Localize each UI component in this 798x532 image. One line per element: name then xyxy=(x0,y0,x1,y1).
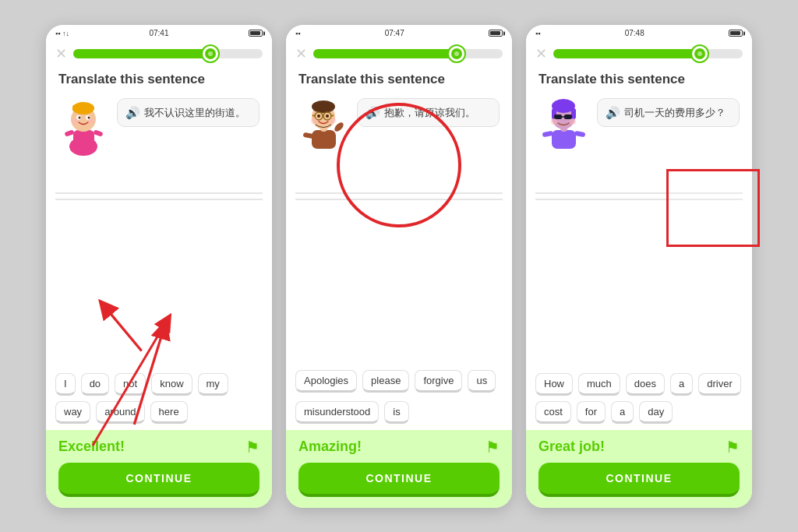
result-top-3: Great job! ⚑ xyxy=(538,438,740,456)
svg-line-27 xyxy=(331,115,334,116)
progress-bar-2 xyxy=(313,49,503,58)
svg-point-31 xyxy=(330,118,336,124)
word-chip-3-1[interactable]: much xyxy=(578,373,620,396)
answer-line-2-2 xyxy=(295,199,503,200)
battery-icon-1 xyxy=(249,30,263,37)
word-chip-1-4[interactable]: my xyxy=(198,373,228,396)
progress-orb-3 xyxy=(692,46,708,62)
progress-orb-1 xyxy=(203,46,218,62)
answer-placed-3 xyxy=(535,163,743,188)
svg-rect-7 xyxy=(72,105,76,111)
continue-button-1[interactable]: CONTINUE xyxy=(58,463,260,497)
word-chip-3-2[interactable]: does xyxy=(626,373,665,396)
flag-icon-1[interactable]: ⚑ xyxy=(245,438,260,456)
word-bank-2: Apologies please forgive us misunderstoo… xyxy=(286,364,512,430)
word-chip-1-7[interactable]: here xyxy=(150,401,188,424)
svg-point-14 xyxy=(72,118,79,125)
status-icons-2 xyxy=(489,30,503,37)
answer-placed-1 xyxy=(55,163,263,188)
word-chip-1-0[interactable]: I xyxy=(55,373,76,396)
word-chip-3-5[interactable]: cost xyxy=(535,401,571,424)
phone-1: ▪▪ ↑↓ 07:41 ✕ Translate this sentence xyxy=(46,25,272,508)
status-left-2: ▪▪ xyxy=(295,30,300,37)
status-time-2: 07:47 xyxy=(385,29,404,37)
svg-point-43 xyxy=(551,118,557,125)
phone-3-wrapper: ▪▪ 07:48 ✕ Translate this sentence xyxy=(526,25,752,508)
word-chip-3-8[interactable]: day xyxy=(639,401,673,424)
instruction-3: Translate this sentence xyxy=(526,65,752,92)
flag-icon-3[interactable]: ⚑ xyxy=(726,438,740,456)
svg-rect-40 xyxy=(554,115,562,119)
char-2-svg xyxy=(298,96,349,157)
status-bar-1: ▪▪ ↑↓ 07:41 xyxy=(46,25,272,42)
close-button-2[interactable]: ✕ xyxy=(295,47,307,61)
word-chip-2-4[interactable]: misunderstood xyxy=(295,401,379,424)
svg-point-22 xyxy=(312,100,335,113)
svg-rect-8 xyxy=(80,102,83,110)
word-chip-1-3[interactable]: know xyxy=(151,373,192,396)
word-chip-3-4[interactable]: driver xyxy=(698,373,741,396)
answer-area-2 xyxy=(286,163,512,364)
lesson-area-1: 🔊 我不认识这里的街道。 xyxy=(46,92,272,163)
progress-fill-3 xyxy=(553,49,704,58)
svg-point-15 xyxy=(88,118,94,125)
close-button-3[interactable]: ✕ xyxy=(535,47,547,61)
word-bank-3: How much does a driver cost for a day xyxy=(526,367,752,430)
chinese-text-2: 抱歉，请原谅我们。 xyxy=(384,105,475,121)
word-chip-3-7[interactable]: a xyxy=(611,401,634,424)
char-1-svg xyxy=(58,96,109,157)
answer-line-2-1 xyxy=(295,192,503,194)
word-bank-1: I do not know my way around here xyxy=(46,367,272,430)
phone-2: ▪▪ 07:47 ✕ Translate this sentence xyxy=(286,25,512,508)
speaker-icon-2[interactable]: 🔊 xyxy=(365,106,380,120)
chinese-text-3: 司机一天的费用多少？ xyxy=(624,105,726,121)
word-chip-3-6[interactable]: for xyxy=(577,401,606,424)
svg-rect-1 xyxy=(64,129,74,137)
svg-rect-41 xyxy=(564,115,572,119)
result-area-3: Great job! ⚑ CONTINUE xyxy=(526,430,752,508)
progress-fill-2 xyxy=(313,49,461,58)
instruction-2: Translate this sentence xyxy=(286,65,512,92)
word-chip-3-3[interactable]: a xyxy=(670,373,693,396)
status-icons-3 xyxy=(729,30,743,37)
progress-bar-3 xyxy=(553,49,743,58)
status-left-3: ▪▪ xyxy=(535,30,540,37)
svg-point-30 xyxy=(311,118,317,124)
phones-container: ▪▪ ↑↓ 07:41 ✕ Translate this sentence xyxy=(46,25,752,508)
continue-button-2[interactable]: CONTINUE xyxy=(298,463,500,497)
close-button-1[interactable]: ✕ xyxy=(55,47,67,61)
char-3-svg xyxy=(538,96,589,157)
svg-rect-32 xyxy=(552,130,576,149)
speaker-icon-1[interactable]: 🔊 xyxy=(125,106,140,120)
word-chip-2-5[interactable]: is xyxy=(384,401,408,424)
word-chip-2-2[interactable]: forgive xyxy=(415,370,462,393)
word-chip-2-0[interactable]: Apologies xyxy=(295,370,357,393)
phone-1-wrapper: ▪▪ ↑↓ 07:41 ✕ Translate this sentence xyxy=(46,25,272,508)
flag-icon-2[interactable]: ⚑ xyxy=(486,438,500,456)
top-bar-1: ✕ xyxy=(46,42,272,65)
result-label-1: Excellent! xyxy=(58,439,125,455)
svg-point-44 xyxy=(570,118,576,125)
phone-3: ▪▪ 07:48 ✕ Translate this sentence xyxy=(526,25,752,508)
svg-point-28 xyxy=(317,115,320,118)
answer-line-3-2 xyxy=(535,199,743,200)
word-chip-1-1[interactable]: do xyxy=(81,373,109,396)
speech-bubble-1: 🔊 我不认识这里的街道。 xyxy=(117,98,260,128)
svg-rect-3 xyxy=(73,130,94,147)
word-chip-2-1[interactable]: please xyxy=(362,370,409,393)
status-icons-1 xyxy=(249,30,263,37)
status-time-3: 07:48 xyxy=(625,29,644,37)
word-chip-1-5[interactable]: way xyxy=(55,401,90,424)
result-label-2: Amazing! xyxy=(298,439,362,455)
word-chip-1-6[interactable]: around xyxy=(96,401,144,424)
speaker-icon-3[interactable]: 🔊 xyxy=(606,106,620,120)
status-left-1: ▪▪ ↑↓ xyxy=(55,30,69,37)
continue-button-3[interactable]: CONTINUE xyxy=(538,463,740,497)
word-chip-2-3[interactable]: us xyxy=(468,370,496,393)
word-chip-3-0[interactable]: How xyxy=(535,373,573,396)
svg-point-29 xyxy=(326,115,329,118)
word-chip-1-2[interactable]: not xyxy=(115,373,146,396)
status-bar-2: ▪▪ 07:47 xyxy=(286,25,512,42)
progress-fill-1 xyxy=(73,49,215,58)
chinese-text-1: 我不认识这里的街道。 xyxy=(144,105,245,121)
